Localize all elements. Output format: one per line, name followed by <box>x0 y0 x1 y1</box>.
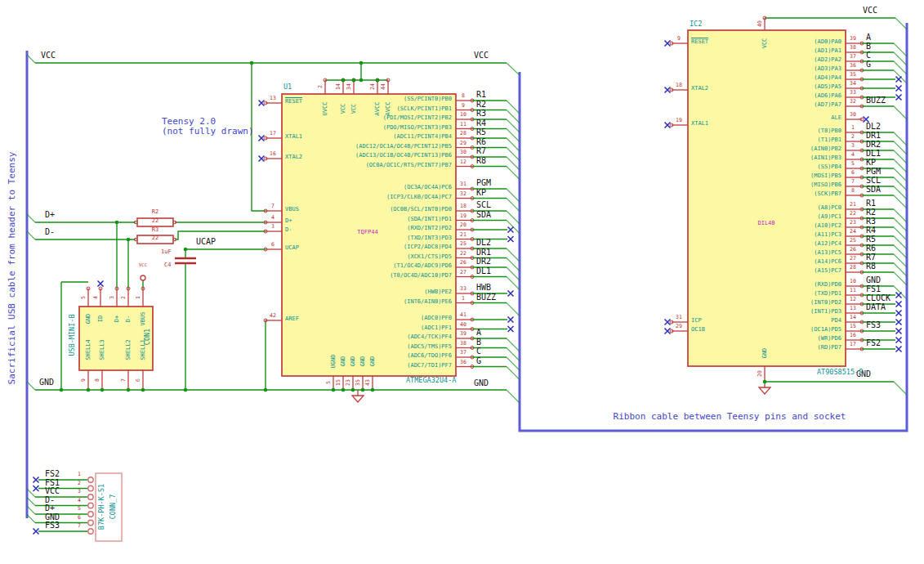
pin-number: 28 <box>460 131 466 137</box>
pin-number: 39 <box>460 331 466 337</box>
net-label-hwb: HWB <box>476 284 491 292</box>
pin-number: 7 <box>78 523 81 529</box>
pin-number: 31 <box>676 315 682 320</box>
pin-number: 1 <box>462 296 465 302</box>
pin-name: (SS/PCINT0)PB0 <box>404 96 452 102</box>
pin-name: (SCK)PB7 <box>814 191 841 197</box>
pin-name: D- <box>285 227 292 233</box>
pin-number: 22 <box>850 211 856 217</box>
pin-number: 23 <box>346 379 351 386</box>
pin-number: 3 <box>109 296 115 299</box>
pin-name: AVCC <box>386 102 391 116</box>
pin-number: 4 <box>851 152 855 158</box>
net-label-data: DATA <box>866 303 886 311</box>
pin-number: 32 <box>460 191 466 197</box>
pin-number: 5 <box>78 506 81 512</box>
pin-name: (OC0B/SCL/INT0)PD0 <box>390 207 452 213</box>
pin-number: 22 <box>460 251 466 257</box>
net-label-dr2: DR2 <box>476 257 491 266</box>
net-label-d: D- <box>45 496 55 504</box>
pin-number: 27 <box>460 270 466 275</box>
net-label-clock: CLOCK <box>866 294 891 302</box>
pin-name: (MISO)PB6 <box>810 182 841 188</box>
pin-number: 4 <box>78 498 81 504</box>
resistor-value: 22 <box>152 218 158 224</box>
pin-name: (RXD)PD0 <box>814 282 841 288</box>
net-label-b: B <box>866 43 871 51</box>
pin-number: 40 <box>460 322 466 328</box>
net-label-g: G <box>476 357 481 365</box>
pin-number: 29 <box>460 141 466 146</box>
net-label-sda: SDA <box>866 186 881 194</box>
net-label-c: C <box>866 51 871 60</box>
net-label-gnd: GND <box>474 379 489 387</box>
net-label-r6: R6 <box>866 244 876 253</box>
net-label-buzz: BUZZ <box>866 96 886 105</box>
pin-number: 42 <box>270 313 276 319</box>
pin-name: (HWB)PE2 <box>424 289 452 295</box>
pin-number: 41 <box>460 312 466 318</box>
net-label-buzz: BUZZ <box>476 293 496 302</box>
pin-name: (TXD/INT3)PD3 <box>407 235 452 241</box>
pin-number: 18 <box>460 204 466 209</box>
net-label-ucap: UCAP <box>196 238 216 246</box>
net-label-d: D+ <box>45 211 55 219</box>
pin-name: VCC <box>351 104 357 114</box>
pin-name: VCC <box>762 38 768 49</box>
net-label-vcc: VCC <box>474 51 489 60</box>
pin-name: (AD4)PA4 <box>814 75 841 81</box>
pin-name: (AD0)PA0 <box>814 39 841 45</box>
resistor-value: 22 <box>152 235 158 241</box>
net-label-r1: R1 <box>866 199 876 208</box>
pin-name: (TXD)PD1 <box>814 291 841 297</box>
pin-name: (T1/OC4D/ADC9)PD6 <box>393 263 452 269</box>
pin-number: 21 <box>850 202 856 208</box>
net-label-fs1: FS1 <box>866 285 881 293</box>
pin-name: GND <box>350 356 356 367</box>
pin-name: (A13)PC5 <box>814 250 841 256</box>
pin-number: 37 <box>850 54 856 60</box>
pin-number: 11 <box>460 122 466 128</box>
component-value: AT90S8515-P <box>817 369 863 376</box>
component-value: USB-MINI-B <box>69 314 76 356</box>
net-label-sda: SDA <box>476 211 491 219</box>
net-label-r8: R8 <box>866 262 876 271</box>
pin-number: 3 <box>271 224 275 230</box>
component-value: ATMEGA32U4-A <box>406 377 456 384</box>
pin-name: XTAL2 <box>285 154 302 160</box>
net-label-dr1: DR1 <box>476 248 491 257</box>
schematic-canvas: Sacrificial USB cable from header to Tee… <box>0 0 924 564</box>
pin-number: 43 <box>365 379 371 386</box>
pin-number: 14 <box>336 83 341 90</box>
net-label-r6: R6 <box>476 138 486 146</box>
pin-name: GND <box>360 356 366 367</box>
pin-number: 1 <box>78 472 81 477</box>
net-label-r5: R5 <box>476 128 486 137</box>
pin-number: 38 <box>850 45 856 51</box>
pin-name: (ADC11/PCINT4)PB4 <box>393 134 452 140</box>
net-label-dl1: DL1 <box>476 267 491 275</box>
net-label-scl: SCL <box>866 177 881 185</box>
pin-number: 8 <box>851 188 855 194</box>
pin-name: (T1)PB1 <box>817 137 841 143</box>
pin-number: 27 <box>850 256 856 262</box>
net-label-a: A <box>866 34 871 42</box>
component-ref: U1 <box>283 83 292 91</box>
pin-number: 39 <box>850 36 856 42</box>
pin-name: (A15)PC7 <box>814 268 841 274</box>
resistor-ref: R3 <box>152 227 158 233</box>
pin-name: UVCC <box>323 102 328 116</box>
pin-name: (A10)PC2 <box>814 223 841 229</box>
pin-name: VBUS <box>285 207 299 213</box>
pin-name: SHELL3 <box>100 339 105 360</box>
pin-name: PD4 <box>831 318 841 324</box>
pin-name: (A8)PC0 <box>817 205 841 211</box>
pin-number: 15 <box>336 379 341 386</box>
capacitor-value: 1uF <box>161 249 172 255</box>
net-label-fs3: FS3 <box>45 521 60 530</box>
note-text: Sacrificial USB cable from header to Tee… <box>7 152 16 385</box>
pin-name: (XCK1/CTS)PD5 <box>407 254 452 260</box>
note-text: Teensy 2.0 <box>162 117 216 126</box>
pin-number: 1 <box>851 125 855 131</box>
pin-name: (RXD/INT2)PD2 <box>407 226 452 231</box>
